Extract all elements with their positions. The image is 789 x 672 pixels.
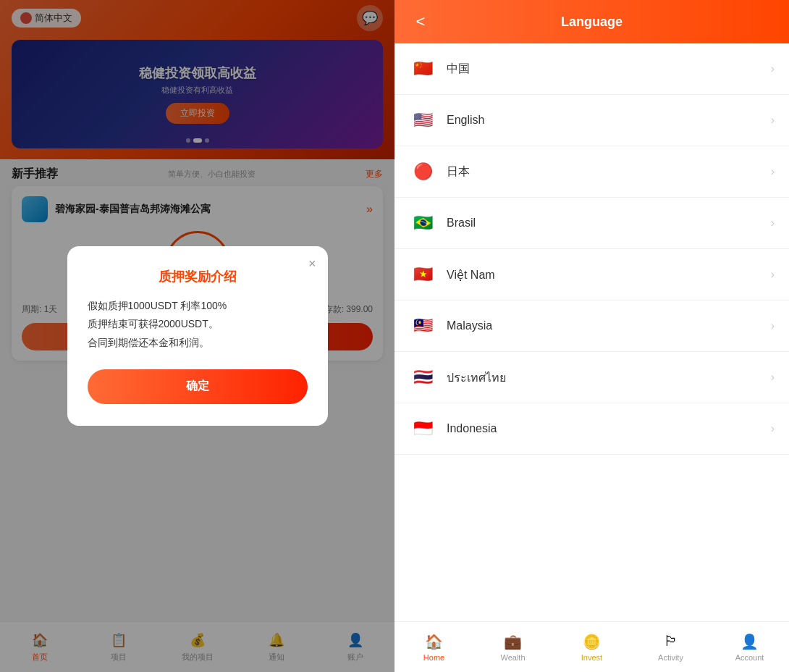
language-page-title: Language: [444, 14, 740, 30]
lang-item-japanese[interactable]: 🔴 日本 ›: [394, 146, 789, 198]
modal-body-line3: 合同到期偿还本金和利润。: [88, 334, 308, 352]
lang-name-vietnam: Việt Nam: [447, 268, 761, 282]
lang-name-malaysia: Malaysia: [447, 319, 761, 332]
back-button[interactable]: <: [409, 10, 432, 33]
flag-thai: 🇹🇭: [409, 364, 436, 391]
right-invest-icon: 🪙: [583, 633, 601, 650]
lang-item-brasil[interactable]: 🇧🇷 Brasil ›: [394, 198, 789, 249]
modal-body-line2: 质押结束可获得2000USDT。: [88, 315, 308, 333]
flag-japanese: 🔴: [409, 158, 436, 185]
lang-name-japanese: 日本: [447, 164, 761, 180]
right-nav-home-label: Home: [423, 653, 444, 662]
lang-item-chinese[interactable]: 🇨🇳 中国 ›: [394, 43, 789, 95]
lang-name-brasil: Brasil: [447, 217, 761, 230]
flag-malaysia: 🇲🇾: [409, 312, 436, 340]
right-nav-account-label: Account: [735, 653, 764, 662]
modal-body: 假如质押1000USDT 利率100% 质押结束可获得2000USDT。 合同到…: [88, 297, 308, 352]
lang-name-thai: ประเทศไทย: [447, 369, 761, 387]
right-wealth-icon: 💼: [505, 633, 522, 650]
modal-close-button[interactable]: ×: [308, 256, 316, 272]
chevron-right-icon: ›: [771, 217, 775, 230]
right-nav-activity[interactable]: 🏳 Activity: [631, 622, 710, 672]
right-header: < Language: [394, 0, 789, 43]
back-icon: <: [416, 12, 426, 31]
right-home-icon: 🏠: [426, 633, 443, 650]
right-nav-invest[interactable]: 🪙 Invest: [552, 622, 631, 672]
left-panel: 简体中文 💬 稳健投资领取高收益 稳健投资有利高收益 立即投资 新手推荐 简单方…: [0, 0, 394, 672]
lang-item-malaysia[interactable]: 🇲🇾 Malaysia ›: [394, 301, 789, 352]
modal-title: 质押奖励介绍: [88, 268, 308, 285]
flag-indonesia: 🇮🇩: [409, 415, 436, 442]
right-activity-icon: 🏳: [662, 633, 680, 650]
lang-item-thai[interactable]: 🇹🇭 ประเทศไทย ›: [394, 352, 789, 403]
right-nav-account[interactable]: 👤 Account: [710, 622, 789, 672]
modal-body-line1: 假如质押1000USDT 利率100%: [88, 297, 308, 315]
chevron-right-icon: ›: [771, 422, 775, 435]
lang-item-vietnam[interactable]: 🇻🇳 Việt Nam ›: [394, 249, 789, 301]
modal-confirm-button[interactable]: 确定: [88, 369, 308, 404]
right-nav-wealth[interactable]: 💼 Wealth: [473, 622, 552, 672]
lang-name-indonesia: Indonesia: [447, 422, 761, 435]
right-nav-wealth-label: Wealth: [500, 653, 525, 662]
chevron-right-icon: ›: [771, 371, 775, 384]
chevron-right-icon: ›: [771, 114, 775, 127]
right-account-icon: 👤: [741, 633, 759, 650]
right-nav-activity-label: Activity: [658, 653, 683, 662]
lang-name-english: English: [447, 114, 761, 127]
lang-name-chinese: 中国: [447, 62, 761, 77]
flag-vietnam: 🇻🇳: [409, 261, 436, 288]
right-panel: < Language 🇨🇳 中国 › 🇺🇸 English › 🔴 日本 › 🇧…: [394, 0, 789, 672]
flag-chinese: 🇨🇳: [409, 55, 436, 83]
flag-english: 🇺🇸: [409, 106, 436, 134]
modal-box: × 质押奖励介绍 假如质押1000USDT 利率100% 质押结束可获得2000…: [67, 246, 328, 426]
lang-item-indonesia[interactable]: 🇮🇩 Indonesia ›: [394, 403, 789, 455]
chevron-right-icon: ›: [771, 268, 775, 281]
flag-brasil: 🇧🇷: [409, 209, 436, 237]
language-list: 🇨🇳 中国 › 🇺🇸 English › 🔴 日本 › 🇧🇷 Brasil › …: [394, 43, 789, 621]
chevron-right-icon: ›: [771, 165, 775, 178]
chevron-right-icon: ›: [771, 62, 775, 75]
chevron-right-icon: ›: [771, 319, 775, 332]
right-nav-home[interactable]: 🏠 Home: [394, 622, 473, 672]
lang-item-english[interactable]: 🇺🇸 English ›: [394, 95, 789, 146]
modal-overlay[interactable]: × 质押奖励介绍 假如质押1000USDT 利率100% 质押结束可获得2000…: [0, 0, 394, 672]
right-nav-invest-label: Invest: [581, 653, 602, 662]
right-bottom-nav: 🏠 Home 💼 Wealth 🪙 Invest 🏳 Activity 👤 Ac…: [394, 621, 789, 672]
